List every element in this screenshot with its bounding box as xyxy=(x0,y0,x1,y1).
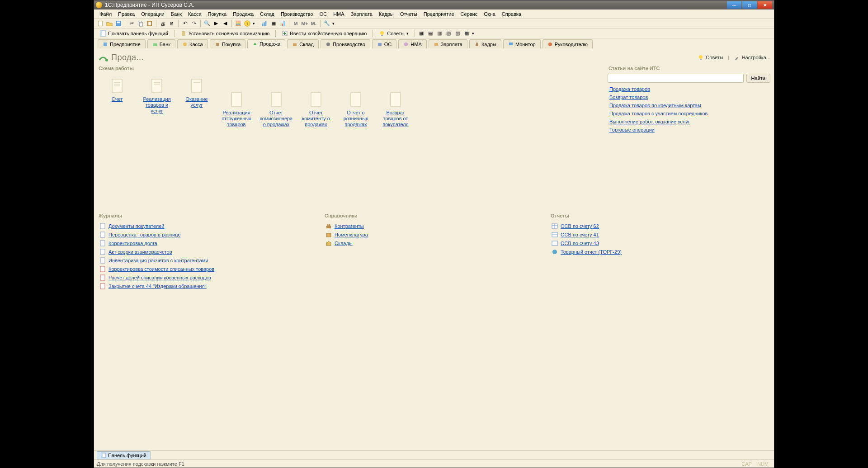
tab-nma[interactable]: НМА xyxy=(398,39,426,48)
find-next-icon[interactable]: ▶ xyxy=(212,20,220,27)
its-link[interactable]: Продажа товаров xyxy=(609,86,770,92)
its-search-input[interactable] xyxy=(608,74,744,83)
tab-manager[interactable]: Руководителю xyxy=(542,39,593,48)
menu-windows[interactable]: Окна xyxy=(481,10,498,18)
menu-purchase[interactable]: Покупка xyxy=(205,10,230,18)
journal-link[interactable]: Инвентаризация расчетов с контрагентами xyxy=(99,257,316,264)
menu-file[interactable]: Файл xyxy=(97,10,114,18)
its-find-button[interactable]: Найти xyxy=(746,74,770,83)
tab-purchase[interactable]: Покупка xyxy=(210,39,246,48)
menu-reports[interactable]: Отчеты xyxy=(397,10,420,18)
its-link[interactable]: Торговые операции xyxy=(609,127,770,132)
menu-cash[interactable]: Касса xyxy=(185,10,204,18)
scheme-item-services[interactable]: Оказание услуг xyxy=(181,78,212,108)
scheme-item-retail[interactable]: Отчет о розничных продажах xyxy=(340,92,372,128)
menu-nma[interactable]: НМА xyxy=(330,10,347,18)
menu-edit[interactable]: Правка xyxy=(115,10,137,18)
menu-production[interactable]: Производство xyxy=(278,10,316,18)
tips-link[interactable]: Советы xyxy=(698,54,723,61)
tab-sale[interactable]: Продажа xyxy=(247,39,285,48)
journal-link[interactable]: Документы покупателей xyxy=(99,223,316,229)
its-link[interactable]: Выполнение работ, оказание услуг xyxy=(609,119,770,124)
menu-enterprise[interactable]: Предприятие xyxy=(421,10,457,18)
tab-staff[interactable]: Кадры xyxy=(469,39,501,48)
menu-sale[interactable]: Продажа xyxy=(230,10,256,18)
journal-link[interactable]: Корректировка долга xyxy=(99,240,316,246)
show-functions-panel-button[interactable]: Показать панель функций xyxy=(97,29,171,38)
tbl-icon-6[interactable]: ▩ xyxy=(463,30,470,37)
calc-icon[interactable]: 🧮 xyxy=(235,20,242,27)
scheme-item-invoice[interactable]: Счет xyxy=(101,78,133,102)
find-icon[interactable]: 🔍 xyxy=(203,20,211,27)
ref-link[interactable]: Склады xyxy=(326,240,542,246)
menu-bank[interactable]: Банк xyxy=(168,10,184,18)
open-icon[interactable] xyxy=(106,20,113,27)
journal-link[interactable]: Переоценка товаров в рознице xyxy=(99,232,316,238)
cut-icon[interactable]: ✂ xyxy=(128,20,135,27)
new-icon[interactable] xyxy=(97,20,104,27)
menu-os[interactable]: ОС xyxy=(317,10,330,18)
journal-link[interactable]: Расчет долей списания косвенных расходов xyxy=(99,274,316,281)
menu-service[interactable]: Сервис xyxy=(458,10,481,18)
tab-salary[interactable]: Зарплата xyxy=(429,39,467,48)
save-icon[interactable] xyxy=(115,20,122,27)
bar-chart-icon[interactable] xyxy=(261,20,268,27)
find-prev-icon[interactable]: ◀ xyxy=(222,20,229,27)
tab-production[interactable]: Производство xyxy=(321,39,370,48)
chart-icon[interactable]: 📊 xyxy=(279,20,286,27)
menu-salary[interactable]: Зарплата xyxy=(348,10,375,18)
window-minimize-button[interactable]: — xyxy=(727,1,741,9)
tbl-icon-2[interactable]: ▤ xyxy=(427,30,434,37)
tab-monitor[interactable]: Монитор xyxy=(503,39,541,48)
tab-bank[interactable]: Банк xyxy=(147,39,175,48)
tab-os[interactable]: ОС xyxy=(372,39,397,48)
ref-link[interactable]: Контрагенты xyxy=(326,223,542,229)
m-plus-icon[interactable]: M+ xyxy=(301,20,308,27)
menu-operations[interactable]: Операции xyxy=(138,10,167,18)
window-close-button[interactable]: ✕ xyxy=(758,1,772,9)
print-preview-icon[interactable]: 🗎 xyxy=(168,20,175,27)
help-icon[interactable]: i xyxy=(244,20,251,27)
report-link[interactable]: Товарный отчет (ТОРГ-29) xyxy=(552,249,769,255)
scheme-item-realization[interactable]: Реализация товаров и услуг xyxy=(141,78,173,114)
scheme-item-return[interactable]: Возврат товаров от покупателя xyxy=(380,92,411,128)
tbl-icon-5[interactable]: ▨ xyxy=(454,30,461,37)
m-icon[interactable]: M xyxy=(292,20,299,27)
print-icon[interactable]: 🖨 xyxy=(159,20,166,27)
its-link[interactable]: Возврат товаров xyxy=(609,95,770,100)
enter-operation-button[interactable]: Ввести хозяйственную операцию xyxy=(278,29,370,38)
journal-link[interactable]: Корректировка стоимости списанных товаро… xyxy=(99,266,316,272)
window-maximize-button[interactable]: □ xyxy=(742,1,757,9)
ref-link[interactable]: Номенклатура xyxy=(326,232,542,238)
scheme-item-committent[interactable]: Отчет комитенту о продажах xyxy=(300,92,332,128)
journal-link[interactable]: Акт сверки взаиморасчетов xyxy=(99,249,316,255)
report-link[interactable]: ОСВ по счету 62 xyxy=(552,223,769,229)
its-link[interactable]: Продажа товаров с участием посредников xyxy=(609,111,770,116)
redo-icon[interactable]: ↷ xyxy=(190,20,198,27)
its-link[interactable]: Продажа товаров по кредитным картам xyxy=(609,103,770,108)
report-link[interactable]: ОСВ по счету 43 xyxy=(552,240,769,246)
report-link[interactable]: ОСВ по счету 41 xyxy=(552,232,769,238)
copy-icon[interactable] xyxy=(137,20,144,27)
tips-button[interactable]: Советы ▾ xyxy=(376,29,411,38)
journal-link[interactable]: Закрытие счета 44 "Издержки обращения" xyxy=(99,283,316,289)
tab-enterprise[interactable]: Предприятие xyxy=(98,39,146,48)
tab-cash[interactable]: Касса xyxy=(177,39,208,48)
tbl-icon-4[interactable]: ▧ xyxy=(445,30,452,37)
wrench-icon[interactable]: 🔧 xyxy=(323,20,330,27)
scheme-item-commissioner[interactable]: Отчет комиссионера о продажах xyxy=(260,92,292,128)
scheme-item-shipped[interactable]: Реализация отгруженных товаров xyxy=(221,92,252,128)
tab-warehouse[interactable]: Склад xyxy=(287,39,319,48)
undo-icon[interactable]: ↶ xyxy=(181,20,189,27)
tbl-icon-1[interactable]: ▦ xyxy=(418,30,425,37)
tbl-icon-3[interactable]: ▥ xyxy=(436,30,443,37)
bottom-tab-panel[interactable]: Панель функций xyxy=(97,451,151,459)
grid-icon[interactable]: ▦ xyxy=(270,20,277,27)
set-main-org-button[interactable]: Установить основную организацию xyxy=(177,29,273,38)
menu-staff[interactable]: Кадры xyxy=(376,10,396,18)
paste-icon[interactable] xyxy=(146,20,153,27)
menu-warehouse[interactable]: Склад xyxy=(257,10,277,18)
m-minus-icon[interactable]: M- xyxy=(310,20,317,27)
settings-link[interactable]: Настройка... xyxy=(734,54,770,61)
menu-help[interactable]: Справка xyxy=(499,10,524,18)
